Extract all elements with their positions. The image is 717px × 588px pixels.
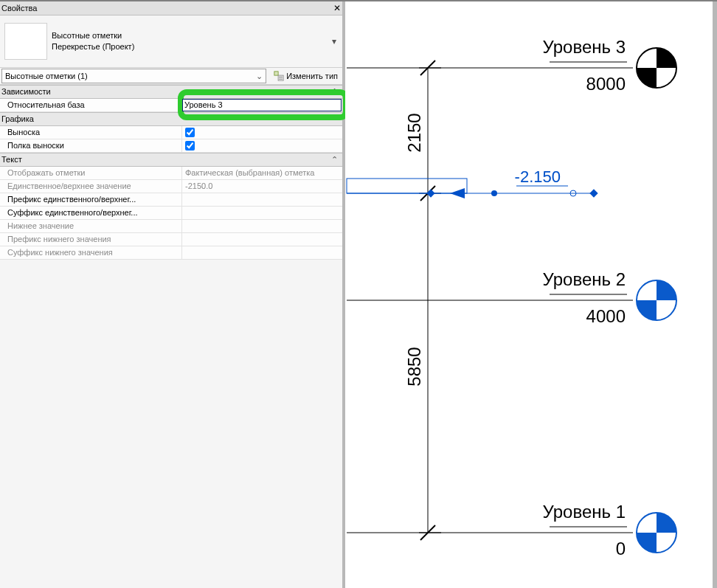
display-elev-label: Отображать отметки [0, 167, 182, 179]
dimension-5850: 5850 [404, 193, 441, 540]
row-leader-shoulder[interactable]: Полка выноски [0, 139, 342, 153]
category-text[interactable]: Текст ⌃ [0, 153, 342, 167]
lower-value-label: Нижнее значение [0, 220, 182, 232]
collapse-icon[interactable]: ⌃ [331, 113, 338, 125]
row-single-upper: Единственное/верхнее значение -2150.0 [0, 180, 342, 193]
level-3: Уровень 3 8000 [347, 37, 676, 94]
type-text: Высотные отметки Перекрестье (Проект) [52, 30, 134, 52]
row-relative-base[interactable]: Относительная база Уровень 3 [0, 99, 342, 112]
type-selector[interactable]: Высотные отметки Перекрестье (Проект) ▾ [0, 15, 342, 68]
suffix-upper-label: Суффикс единственного/верхнег... [0, 207, 182, 219]
drawing-canvas[interactable]: Уровень 3 8000 Уровень 2 4000 [345, 1, 717, 588]
level-1-value: 0 [616, 539, 626, 558]
row-prefix-upper[interactable]: Префикс единственного/верхнег... [0, 193, 342, 207]
edit-type-button[interactable]: Изменить тип [269, 68, 342, 84]
type-thumbnail [4, 23, 47, 60]
row-suffix-lower: Суффикс нижнего значения [0, 246, 342, 260]
display-elev-value: Фактическая (выбранная) отметка [182, 167, 342, 179]
suffix-upper-value[interactable] [182, 207, 342, 219]
level-2: Уровень 2 4000 [347, 269, 676, 326]
level-3-marker-icon [637, 48, 676, 88]
relative-base-value[interactable]: Уровень 3 [182, 99, 342, 111]
shoulder-checkbox[interactable] [185, 141, 195, 151]
panel-title: Свойства [1, 1, 37, 15]
collapse-icon[interactable]: ⌃ [331, 153, 338, 166]
category-constraints[interactable]: Зависимости ⌃ [0, 85, 342, 99]
instance-filter-label: Высотные отметки (1) [5, 72, 88, 80]
level-3-name: Уровень 3 [543, 37, 626, 57]
relative-base-label: Относительная база [0, 99, 182, 111]
collapse-icon[interactable]: ⌃ [331, 86, 338, 98]
prefix-lower-value [182, 233, 342, 246]
close-icon[interactable]: ✕ [333, 1, 341, 15]
spot-elevation-value: -2.150 [515, 167, 561, 186]
row-lower-value: Нижнее значение [0, 220, 342, 233]
prefix-upper-value[interactable] [182, 193, 342, 206]
level-1: Уровень 1 0 [347, 502, 676, 558]
level-1-name: Уровень 1 [543, 502, 626, 522]
filter-row: Высотные отметки (1) ⌄ Изменить тип [0, 68, 342, 85]
type-name-line1: Высотные отметки [52, 30, 134, 41]
suffix-lower-value [182, 246, 342, 259]
dim-5850-text: 5850 [404, 347, 424, 386]
row-prefix-lower: Префикс нижнего значения [0, 233, 342, 246]
single-upper-value: -2150.0 [182, 180, 342, 193]
level-2-marker-icon [637, 280, 676, 320]
property-grid: Зависимости ⌃ Относительная база Уровень… [0, 85, 342, 260]
chevron-down-icon[interactable]: ▾ [332, 36, 336, 46]
leader-label: Выноска [0, 126, 182, 139]
panel-titlebar[interactable]: Свойства ✕ [0, 1, 342, 15]
lower-value-value [182, 220, 342, 232]
chevron-down-icon: ⌄ [256, 72, 263, 81]
suffix-lower-label: Суффикс нижнего значения [0, 246, 182, 259]
level-3-value: 8000 [586, 74, 626, 94]
svg-rect-23 [347, 179, 467, 193]
prefix-lower-label: Префикс нижнего значения [0, 233, 182, 246]
svg-marker-24 [450, 188, 465, 198]
dim-2150-text: 2150 [404, 113, 424, 152]
row-leader[interactable]: Выноска [0, 126, 342, 139]
drawing-svg: Уровень 3 8000 Уровень 2 4000 [345, 1, 713, 588]
level-2-value: 4000 [586, 306, 626, 326]
level-2-name: Уровень 2 [543, 269, 626, 289]
prefix-upper-label: Префикс единственного/верхнег... [0, 193, 182, 206]
leader-checkbox[interactable] [185, 128, 195, 137]
row-display-elev: Отображать отметки Фактическая (выбранна… [0, 167, 342, 180]
instance-filter-combo[interactable]: Высотные отметки (1) ⌄ [1, 69, 266, 83]
svg-rect-0 [274, 72, 278, 75]
single-upper-label: Единственное/верхнее значение [0, 180, 182, 193]
category-graphics[interactable]: Графика ⌃ [0, 112, 342, 126]
level-1-marker-icon [637, 513, 676, 553]
row-suffix-upper[interactable]: Суффикс единственного/верхнег... [0, 207, 342, 220]
svg-rect-28 [589, 189, 598, 197]
properties-panel: Свойства ✕ Высотные отметки Перекрестье … [0, 1, 345, 588]
dimension-2150: 2150 [404, 60, 441, 201]
shoulder-label: Полка выноски [0, 139, 182, 152]
spot-elevation[interactable]: -2.150 [347, 167, 598, 198]
edit-type-icon [274, 71, 284, 81]
svg-point-25 [491, 190, 497, 196]
type-name-line2: Перекрестье (Проект) [52, 41, 134, 52]
edit-type-label: Изменить тип [286, 72, 338, 80]
